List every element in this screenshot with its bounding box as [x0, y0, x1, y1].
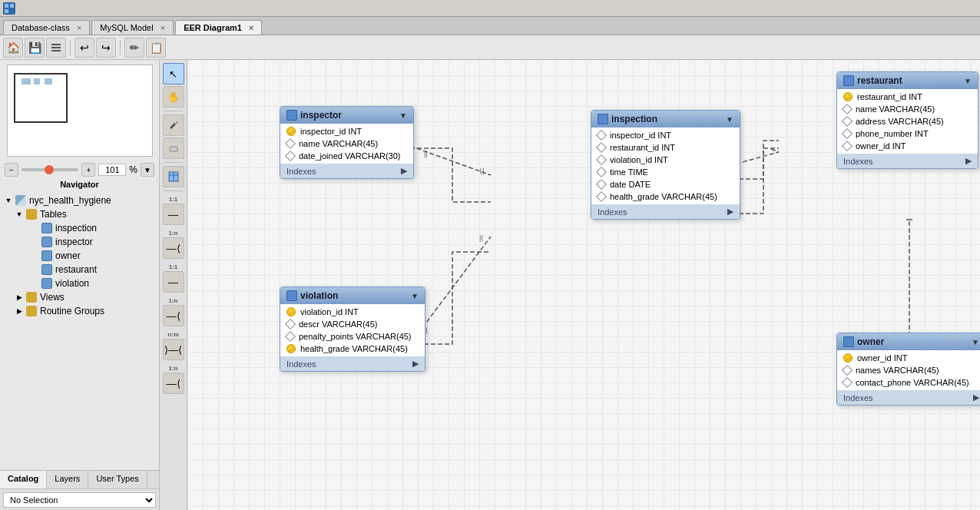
tool-rel-1n[interactable]: —⟨	[163, 237, 184, 259]
close-tab-eer[interactable]: ×	[249, 23, 253, 32]
indexes-inspector-arrow[interactable]: ▶	[401, 166, 407, 176]
tool-rel-11b[interactable]: —	[163, 271, 184, 293]
table-inspector-body: 🔑 inspector_id INT name VARCHAR(45) date…	[280, 124, 413, 164]
ratio-1-n: 1:n	[169, 230, 178, 237]
indexes-inspector[interactable]: Indexes ▶	[280, 164, 413, 178]
table-inspection-header[interactable]: inspection ▼	[591, 111, 740, 128]
table-inspection-expand[interactable]: ▼	[726, 115, 733, 124]
table-violation-icon	[286, 290, 297, 301]
key-icon-owner-id: 🔑	[843, 353, 853, 363]
ratio-1-1: 1:1	[169, 196, 178, 203]
field-restaurant-address: address VARCHAR(45)	[837, 115, 978, 128]
tree-routines-group[interactable]: ▶ Routine Groups	[0, 304, 159, 318]
tree-item-inspection[interactable]: inspection	[0, 221, 159, 235]
tree-item-owner[interactable]: owner	[0, 249, 159, 263]
table-owner-body: 🔑 owner_id INT names VARCHAR(45) contact…	[837, 350, 980, 390]
tool-table-add[interactable]	[163, 166, 184, 187]
tool-hand[interactable]: ✋	[163, 86, 184, 108]
tree-root[interactable]: ▼ nyc_health_hygiene	[0, 194, 159, 207]
table-inspection-icon	[598, 114, 608, 124]
zoom-dropdown-btn[interactable]: ▼	[141, 163, 154, 177]
tool-group-nm: n:m ⟩—⟨	[163, 331, 184, 360]
tree-root-label: nyc_health_hygiene	[29, 195, 111, 206]
tree-section: ▼ nyc_health_hygiene ▼ Tables inspection…	[0, 192, 159, 470]
table-inspector-expand[interactable]: ▼	[399, 111, 407, 120]
indexes-restaurant[interactable]: Indexes ▶	[837, 154, 978, 168]
selection-dropdown[interactable]: No Selection	[3, 492, 156, 508]
tree-item-restaurant[interactable]: restaurant	[0, 263, 159, 277]
field-icon-inspector-date	[285, 151, 296, 161]
tool-eraser[interactable]	[163, 137, 184, 159]
eer-canvas[interactable]: || ⟨| || |⟨	[187, 60, 980, 510]
toolbar-redo[interactable]: ↪	[96, 38, 116, 58]
table-inspector-header[interactable]: inspector ▼	[280, 107, 413, 124]
table-restaurant-title: restaurant	[843, 75, 902, 86]
field-inspection-violation-id: violation_id INT	[591, 154, 740, 166]
indexes-restaurant-arrow[interactable]: ▶	[965, 156, 972, 166]
tool-rel-1n-c[interactable]: —⟨	[163, 373, 184, 394]
indexes-owner-arrow[interactable]: ▶	[973, 392, 979, 402]
ratio-n-m: n:m	[167, 331, 179, 338]
tool-rel-1n-b[interactable]: —⟨	[163, 305, 184, 326]
tree-item-violation[interactable]: violation	[0, 277, 159, 290]
tool-group-1n: 1:1 —	[163, 196, 184, 225]
field-inspector-date: date_joined VARCHAR(30)	[280, 150, 413, 162]
table-inspector: inspector ▼ 🔑 inspector_id INT name VARC…	[280, 106, 414, 179]
toolbar-save[interactable]: 💾	[25, 38, 45, 58]
table-owner-title: owner	[843, 336, 884, 347]
tree-tables-label: Tables	[40, 209, 67, 220]
table-owner-expand[interactable]: ▼	[972, 338, 979, 346]
zoom-value-input[interactable]	[98, 164, 126, 176]
close-tab-database[interactable]: ×	[77, 23, 81, 32]
diamond-inspection-4	[596, 167, 607, 177]
navigator-preview	[7, 65, 153, 157]
field-restaurant-phone: phone_number INT	[837, 128, 978, 140]
tool-cursor[interactable]: ↖	[163, 63, 184, 84]
tree-views-group[interactable]: ▶ Views	[0, 290, 159, 304]
table-owner-header[interactable]: owner ▼	[837, 333, 980, 350]
close-tab-mysql[interactable]: ×	[161, 23, 165, 32]
toolbar-settings[interactable]	[46, 38, 66, 58]
toolbar-copy[interactable]: 📋	[146, 38, 166, 58]
indexes-inspection[interactable]: Indexes ▶	[591, 204, 740, 219]
side-tools: ↖ ✋ 1:1 — 1:n —⟨ 1:1 — 1:n —⟨ n	[160, 60, 187, 510]
tool-sep-1	[164, 111, 183, 111]
tool-rel-nm[interactable]: ⟩—⟨	[163, 339, 184, 360]
indexes-violation-arrow[interactable]: ▶	[412, 359, 419, 369]
toolbar-edit[interactable]: ✏	[124, 38, 144, 58]
table-restaurant-header[interactable]: restaurant ▼	[837, 72, 978, 89]
ratio-1-n-b: 1:n	[169, 297, 178, 304]
table-violation-header[interactable]: violation ▼	[280, 287, 425, 304]
diamond-restaurant-3	[842, 116, 853, 127]
tab-mysql-model[interactable]: MySQL Model ×	[91, 20, 174, 35]
tab-database-class[interactable]: Database-class ×	[3, 20, 90, 35]
table-inspection-body: inspector_id INT restaurant_id INT viola…	[591, 128, 740, 204]
tool-group-1n-2: 1:n —⟨	[163, 230, 184, 259]
tab-catalog[interactable]: Catalog	[0, 471, 47, 488]
field-inspection-time: time TIME	[591, 166, 740, 178]
indexes-owner[interactable]: Indexes ▶	[837, 390, 980, 405]
tab-user-types[interactable]: User Types	[88, 471, 147, 488]
tree-item-inspector[interactable]: inspector	[0, 235, 159, 249]
toolbar-home[interactable]: 🏠	[3, 38, 23, 58]
table-restaurant-body: 🔑 restaurant_id INT name VARCHAR(45) add…	[837, 89, 978, 154]
tab-layers[interactable]: Layers	[47, 471, 88, 488]
zoom-out-btn[interactable]: −	[5, 163, 18, 177]
zoom-in-btn[interactable]: +	[81, 163, 95, 177]
tab-eer-diagram[interactable]: EER Diagram1 ×	[175, 20, 262, 35]
tool-rel-11[interactable]: —	[163, 204, 184, 225]
zoom-thumb[interactable]	[45, 165, 54, 174]
tree-label-inspector: inspector	[55, 237, 93, 247]
zoom-slider[interactable]	[22, 168, 78, 171]
svg-rect-4	[51, 44, 61, 45]
table-icon-violation	[41, 278, 52, 289]
table-restaurant-expand[interactable]: ▼	[964, 77, 972, 85]
tree-label-restaurant: restaurant	[55, 264, 97, 275]
indexes-inspection-arrow[interactable]: ▶	[727, 207, 733, 217]
tool-pencil[interactable]	[163, 114, 184, 136]
key-icon-restaurant-id: 🔑	[843, 92, 853, 101]
toolbar-undo[interactable]: ↩	[74, 38, 94, 58]
indexes-violation[interactable]: Indexes ▶	[280, 356, 425, 371]
tree-tables-group[interactable]: ▼ Tables	[0, 207, 159, 221]
table-violation-expand[interactable]: ▼	[411, 292, 419, 300]
